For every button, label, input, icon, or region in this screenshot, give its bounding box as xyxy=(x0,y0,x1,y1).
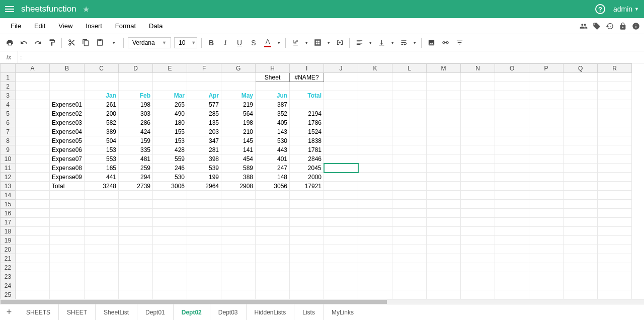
cell-M17[interactable] xyxy=(427,218,461,227)
cell-C23[interactable] xyxy=(85,272,119,281)
filter-icon[interactable] xyxy=(454,37,465,48)
cell-L7[interactable] xyxy=(392,127,427,136)
cell-K2[interactable] xyxy=(358,82,392,91)
row-header-25[interactable]: 25 xyxy=(1,290,16,299)
row-header-21[interactable]: 21 xyxy=(1,254,16,263)
cell-R4[interactable] xyxy=(598,100,632,109)
col-header-O[interactable]: O xyxy=(495,64,529,73)
cell-I20[interactable] xyxy=(290,245,324,254)
cell-N23[interactable] xyxy=(461,272,495,281)
italic-button[interactable]: I xyxy=(220,37,231,48)
cell-L17[interactable] xyxy=(392,218,427,227)
cell-R16[interactable] xyxy=(598,209,632,218)
cell-I9[interactable]: 1781 xyxy=(290,145,324,154)
cell-P11[interactable] xyxy=(529,164,564,173)
cell-I12[interactable]: 2000 xyxy=(290,173,324,182)
text-color-button[interactable]: A xyxy=(262,37,273,48)
row-header-20[interactable]: 20 xyxy=(1,245,16,254)
row-header-10[interactable]: 10 xyxy=(1,154,16,164)
cell-L12[interactable] xyxy=(392,173,427,182)
col-header-H[interactable]: H xyxy=(256,64,290,73)
cell-A18[interactable] xyxy=(16,227,50,236)
cell-D17[interactable] xyxy=(119,218,153,227)
cell-F19[interactable] xyxy=(187,236,221,245)
cell-G25[interactable] xyxy=(221,290,256,299)
cell-Q19[interactable] xyxy=(564,236,598,245)
row-header-16[interactable]: 16 xyxy=(1,209,16,218)
cell-I11[interactable]: 2045 xyxy=(290,164,324,173)
cell-H13[interactable]: 3056 xyxy=(256,182,290,191)
cell-F20[interactable] xyxy=(187,245,221,254)
cell-A25[interactable] xyxy=(16,290,50,299)
bold-button[interactable]: B xyxy=(206,37,217,48)
menu-icon[interactable] xyxy=(5,6,14,12)
cell-H2[interactable] xyxy=(256,82,290,91)
cell-P4[interactable] xyxy=(529,100,564,109)
cell-N12[interactable] xyxy=(461,173,495,182)
cell-M24[interactable] xyxy=(427,281,461,290)
cell-A5[interactable] xyxy=(16,109,50,118)
cell-R2[interactable] xyxy=(598,82,632,91)
cell-F8[interactable]: 347 xyxy=(187,136,221,145)
cell-F5[interactable]: 285 xyxy=(187,109,221,118)
sheet-tab-mylinks[interactable]: MyLinks xyxy=(324,304,362,320)
cell-J16[interactable] xyxy=(324,209,358,218)
cell-O24[interactable] xyxy=(495,281,529,290)
row-header-17[interactable]: 17 xyxy=(1,218,16,227)
cell-C15[interactable] xyxy=(85,200,119,209)
cell-A4[interactable] xyxy=(16,100,50,109)
cell-F10[interactable]: 398 xyxy=(187,154,221,164)
cell-R24[interactable] xyxy=(598,281,632,290)
cell-B17[interactable] xyxy=(50,218,85,227)
cell-K25[interactable] xyxy=(358,290,392,299)
borders-dropdown[interactable]: ▾ xyxy=(326,37,331,48)
cell-I5[interactable]: 2194 xyxy=(290,109,324,118)
cell-G24[interactable] xyxy=(221,281,256,290)
menu-format[interactable]: Format xyxy=(109,19,142,33)
cell-N18[interactable] xyxy=(461,227,495,236)
cell-N21[interactable] xyxy=(461,254,495,263)
cell-D15[interactable] xyxy=(119,200,153,209)
cell-Q21[interactable] xyxy=(564,254,598,263)
cell-H8[interactable]: 530 xyxy=(256,136,290,145)
cell-F24[interactable] xyxy=(187,281,221,290)
cell-P8[interactable] xyxy=(529,136,564,145)
cell-M16[interactable] xyxy=(427,209,461,218)
cell-D8[interactable]: 159 xyxy=(119,136,153,145)
cell-M9[interactable] xyxy=(427,145,461,154)
scrollbar-thumb[interactable] xyxy=(1,300,387,304)
cell-D7[interactable]: 424 xyxy=(119,127,153,136)
cell-Q23[interactable] xyxy=(564,272,598,281)
cell-R21[interactable] xyxy=(598,254,632,263)
font-selector[interactable]: Verdana▼ xyxy=(128,37,171,48)
cell-K13[interactable] xyxy=(358,182,392,191)
row-header-3[interactable]: 3 xyxy=(1,91,16,100)
cell-G22[interactable] xyxy=(221,263,256,272)
cell-K11[interactable] xyxy=(358,164,392,173)
fill-dropdown[interactable]: ▾ xyxy=(304,37,309,48)
tag-icon[interactable] xyxy=(593,22,601,30)
cell-B7[interactable]: Expense04 xyxy=(50,127,85,136)
cell-A22[interactable] xyxy=(16,263,50,272)
cell-O10[interactable] xyxy=(495,154,529,164)
cell-O18[interactable] xyxy=(495,227,529,236)
cell-E17[interactable] xyxy=(153,218,187,227)
cell-K1[interactable] xyxy=(358,73,392,82)
col-header-G[interactable]: G xyxy=(221,64,256,73)
cell-O13[interactable] xyxy=(495,182,529,191)
cell-C24[interactable] xyxy=(85,281,119,290)
cell-A3[interactable] xyxy=(16,91,50,100)
cell-R22[interactable] xyxy=(598,263,632,272)
cell-H17[interactable] xyxy=(256,218,290,227)
sheet-tab-dept03[interactable]: Dept03 xyxy=(210,304,247,320)
cell-P3[interactable] xyxy=(529,91,564,100)
cell-N7[interactable] xyxy=(461,127,495,136)
horizontal-scrollbar[interactable] xyxy=(0,299,644,304)
cell-I24[interactable] xyxy=(290,281,324,290)
cell-R17[interactable] xyxy=(598,218,632,227)
cell-O15[interactable] xyxy=(495,200,529,209)
cell-H4[interactable]: 387 xyxy=(256,100,290,109)
cell-R19[interactable] xyxy=(598,236,632,245)
cell-K19[interactable] xyxy=(358,236,392,245)
underline-button[interactable]: U xyxy=(234,37,245,48)
